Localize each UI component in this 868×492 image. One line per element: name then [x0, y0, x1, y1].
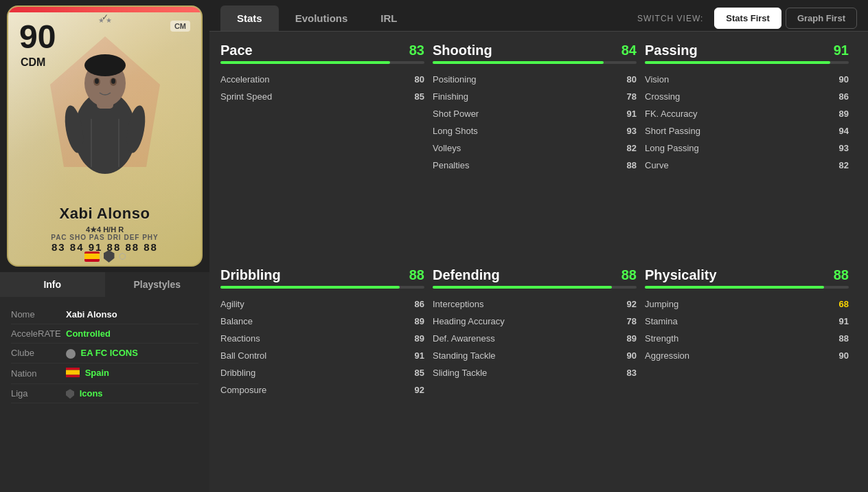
stat-item-name: Long Shots	[433, 126, 620, 136]
stat-item: Acceleration80	[220, 71, 424, 88]
stat-item-value: 92	[408, 385, 424, 395]
svg-point-8	[111, 78, 115, 84]
stat-item-value: 82	[832, 160, 849, 170]
stat-item-name: Sliding Tackle	[433, 368, 620, 378]
stat-item-value: 94	[832, 126, 849, 136]
stat-item-name: Ball Control	[220, 350, 408, 361]
stat-item-name: Aggression	[645, 350, 832, 361]
stat-bar-fill-defending	[433, 286, 612, 289]
card-top-bar	[8, 7, 201, 12]
stat-category-physicality: Physicality88Jumping68Stamina91Strength8…	[645, 267, 857, 492]
stat-bar-pace	[220, 61, 424, 64]
stat-item-name: Vision	[645, 74, 832, 85]
stat-category-name-physicality: Physicality	[645, 267, 717, 283]
stat-item: Sliding Tackle83	[433, 364, 637, 381]
svg-point-4	[84, 54, 126, 76]
nation-flag-icon	[66, 368, 80, 379]
stat-item-name: Crossing	[645, 91, 832, 102]
stat-category-value-passing: 91	[834, 43, 849, 58]
liga-value-text: Icons	[80, 388, 103, 399]
tab-evolutions[interactable]: Evolutions	[279, 5, 365, 31]
info-value-nome: Xabi Alonso	[66, 309, 117, 320]
stat-category-value-dribbling: 88	[409, 267, 424, 283]
stat-item-value: 80	[408, 74, 424, 85]
stat-item: Standing Tackle90	[433, 347, 637, 364]
club-shield-icon	[104, 250, 115, 262]
info-row-liga: Liga Icons	[11, 384, 198, 404]
tab-irl[interactable]: IRL	[364, 5, 413, 31]
stat-category-shooting: Shooting84Positioning80Finishing78Shot P…	[433, 43, 645, 267]
svg-rect-14	[66, 370, 80, 374]
view-graph-first[interactable]: Graph First	[786, 8, 857, 29]
stat-item: Curve82	[645, 157, 849, 174]
stat-category-pace: Pace83Acceleration80Sprint Speed85	[220, 43, 433, 267]
tab-stats[interactable]: Stats	[220, 5, 279, 31]
stat-category-name-dribbling: Dribbling	[220, 267, 281, 283]
stat-category-value-shooting: 84	[621, 43, 637, 58]
switch-view-label: SWITCH VIEW:	[637, 14, 703, 23]
stat-item-value: 89	[620, 333, 637, 344]
stat-item: Def. Awareness89	[433, 330, 637, 347]
stat-item: Volleys82	[433, 139, 637, 157]
stat-category-name-passing: Passing	[645, 43, 698, 58]
stat-item-name: Heading Accuracy	[433, 316, 620, 326]
info-table: Nome Xabi Alonso AcceleRATE Controlled C…	[0, 297, 209, 492]
stat-item-value: 88	[620, 160, 637, 170]
stat-category-header-passing: Passing91	[645, 43, 849, 58]
stat-bar-fill-shooting	[433, 61, 604, 64]
stat-item-name: Agility	[220, 299, 408, 309]
stat-category-header-dribbling: Dribbling88	[220, 267, 424, 283]
info-value-nation: Spain	[66, 368, 109, 379]
info-value-clube: EA FC ICONS	[66, 348, 138, 359]
stat-item: Strength88	[645, 330, 849, 347]
stat-bar-fill-dribbling	[220, 286, 400, 289]
top-tabs: Stats Evolutions IRL SWITCH VIEW: Stats …	[209, 0, 868, 32]
stat-item-name: Short Passing	[645, 126, 832, 136]
player-card: CM ✓ ★★ 90 CDM	[7, 5, 203, 267]
stat-item-name: Jumping	[645, 299, 832, 309]
info-row-accelerate: AcceleRATE Controlled	[11, 324, 198, 344]
stat-item-value: 89	[408, 316, 424, 326]
stat-item: Jumping68	[645, 295, 849, 313]
stat-item-value: 89	[832, 109, 849, 119]
stat-item-name: Curve	[645, 160, 832, 170]
stat-item-name: Acceleration	[220, 74, 408, 85]
stat-item-value: 68	[832, 299, 849, 309]
stat-item: Long Passing93	[645, 139, 849, 157]
info-label-nation: Nation	[11, 368, 66, 379]
stat-item-name: Sprint Speed	[220, 91, 408, 102]
stat-category-dribbling: Dribbling88Agility86Balance89Reactions89…	[220, 267, 433, 492]
info-row-clube: Clube EA FC ICONS	[11, 344, 198, 364]
stat-category-name-defending: Defending	[433, 267, 500, 283]
stat-item: Balance89	[220, 313, 424, 330]
tab-playstyles[interactable]: Playstyles	[105, 272, 210, 297]
info-label-accelerate: AcceleRATE	[11, 328, 66, 339]
tab-info[interactable]: Info	[0, 272, 105, 297]
stat-category-header-pace: Pace83	[220, 43, 424, 58]
stat-item-value: 85	[408, 368, 424, 378]
stat-item: Vision90	[645, 71, 849, 88]
stat-item-name: Long Passing	[645, 143, 832, 153]
stat-item-name: FK. Accuracy	[645, 109, 832, 119]
stat-item: Aggression90	[645, 347, 849, 364]
stat-item-value: 91	[408, 350, 424, 361]
stat-bar-fill-physicality	[645, 286, 824, 289]
stat-item-value: 93	[620, 126, 637, 136]
stat-category-header-shooting: Shooting84	[433, 43, 637, 58]
stat-item-name: Balance	[220, 316, 408, 326]
stat-category-value-defending: 88	[621, 267, 637, 283]
view-stats-first[interactable]: Stats First	[714, 8, 781, 29]
stat-item-name: Dribbling	[220, 368, 408, 378]
stat-category-defending: Defending88Interceptions92Heading Accura…	[433, 267, 645, 492]
stat-bar-fill-passing	[645, 61, 830, 64]
left-panel: CM ✓ ★★ 90 CDM	[0, 0, 209, 492]
card-flags: ⬡	[8, 250, 201, 262]
stat-item-value: 90	[832, 350, 849, 361]
stat-item-value: 89	[408, 333, 424, 344]
info-label-liga: Liga	[11, 388, 66, 399]
svg-point-7	[95, 78, 99, 84]
stat-item-name: Standing Tackle	[433, 350, 620, 361]
stat-item: Agility86	[220, 295, 424, 313]
liga-shield-icon	[66, 389, 74, 399]
info-value-accelerate: Controlled	[66, 328, 111, 339]
